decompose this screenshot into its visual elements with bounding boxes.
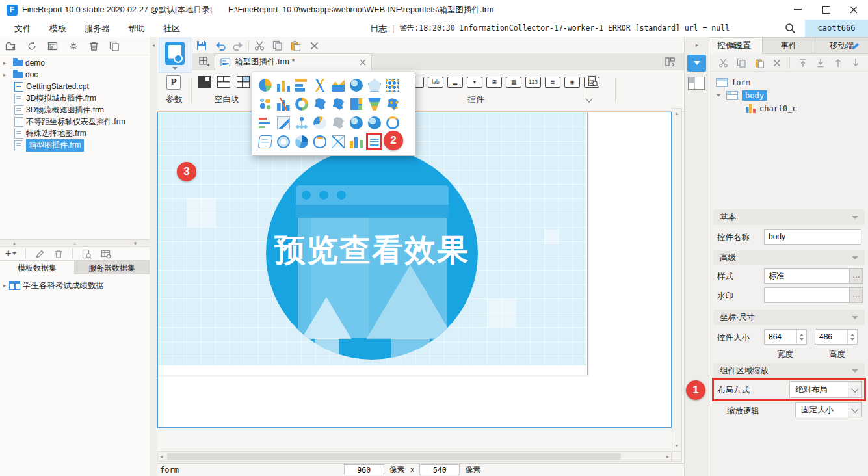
height-stepper[interactable]	[847, 330, 857, 344]
tab-close-icon[interactable]	[360, 59, 366, 66]
close-button[interactable]	[841, 0, 867, 20]
label-widget-icon[interactable]: lab	[428, 77, 443, 88]
meter-chart-icon[interactable]	[311, 114, 329, 133]
query-widget-button[interactable]	[588, 75, 599, 87]
world-map-chart-icon[interactable]	[347, 114, 365, 133]
section-coordinates-size[interactable]: 坐标·尺寸	[713, 310, 865, 325]
cut-button[interactable]	[252, 38, 267, 53]
mini-column-chart-icon[interactable]	[347, 133, 365, 152]
redo-button[interactable]	[230, 38, 246, 53]
milestone-chart-icon[interactable]	[274, 114, 293, 133]
scroll-right-icon[interactable]: ▸	[666, 453, 669, 460]
spiral-chart-icon[interactable]	[293, 133, 311, 152]
pie-chart-icon[interactable]	[256, 76, 274, 95]
bubble-chart-icon[interactable]	[256, 95, 274, 114]
gauge-chart-icon[interactable]	[347, 76, 365, 95]
tree-item-special-map[interactable]: 特殊选择地图.frm	[0, 127, 150, 139]
parameter-pane-button[interactable]: P	[166, 75, 181, 90]
layout-toggle-button[interactable]	[665, 57, 675, 66]
template-view-button[interactable]	[47, 41, 58, 51]
preview-dataset-button[interactable]	[82, 249, 92, 259]
menu-file[interactable]: 文件	[5, 20, 40, 37]
horizontal-scroll-thumb[interactable]	[167, 453, 621, 460]
scroll-left-icon[interactable]: ◂	[160, 453, 163, 460]
menu-server[interactable]: 服务器	[75, 20, 119, 37]
tree-item-demo[interactable]: ▸ demo	[0, 57, 150, 69]
form-height-input[interactable]	[419, 464, 460, 475]
collapse-caret-icon[interactable]	[716, 94, 721, 97]
add-dataset-button[interactable]: +	[5, 249, 16, 258]
step-up-icon[interactable]	[800, 334, 804, 336]
number-widget-icon[interactable]: 123	[525, 77, 541, 88]
donut-chart-icon[interactable]	[293, 95, 311, 114]
column-chart-icon[interactable]	[274, 76, 293, 95]
template-preview-button[interactable]	[159, 38, 191, 73]
split-block-icon[interactable]	[217, 76, 230, 88]
tab-block-icon[interactable]	[237, 76, 250, 88]
new-tab-button[interactable]	[199, 57, 210, 68]
expand-caret-icon[interactable]: ▸	[0, 282, 9, 289]
component-library-dock-icon[interactable]	[688, 77, 705, 90]
widget-name-input[interactable]	[764, 229, 861, 245]
refresh-button[interactable]	[27, 41, 37, 51]
scroll-down-icon[interactable]: ▾	[672, 443, 681, 449]
canvas-vertical-scrollbar[interactable]: ▴ ▾	[672, 108, 682, 451]
area-chart-icon[interactable]	[329, 76, 347, 95]
cut-widget-button[interactable]	[718, 58, 728, 68]
textarea-widget-icon[interactable]: ▂	[447, 77, 463, 88]
line-chart-icon[interactable]	[311, 76, 329, 95]
preview-dropdown-caret-icon[interactable]	[172, 67, 178, 70]
delete-widget-button[interactable]	[773, 59, 781, 67]
connection-config-button[interactable]	[101, 249, 111, 259]
tab-template-dataset[interactable]: 模板数据集	[0, 260, 75, 274]
width-stepper[interactable]	[796, 330, 806, 344]
box-plot-chart-icon[interactable]	[365, 133, 384, 152]
globe-chart-icon[interactable]	[365, 114, 384, 133]
settings-gear-button[interactable]	[68, 41, 79, 51]
collapse-right-icon[interactable]: ▸	[685, 42, 709, 48]
new-folder-button[interactable]	[5, 41, 16, 51]
section-advanced[interactable]: 高级	[713, 250, 865, 265]
scroll-up-icon[interactable]: ▴	[672, 111, 681, 116]
expand-caret-icon[interactable]: ▸	[0, 72, 9, 78]
move-up-button[interactable]	[834, 58, 843, 68]
sphere-3d-chart-icon[interactable]	[274, 133, 293, 152]
widget-tree-item-body[interactable]: body	[716, 89, 767, 101]
save-button[interactable]	[194, 38, 209, 53]
menu-community[interactable]: 社区	[154, 20, 189, 37]
combobox-widget-icon[interactable]: ▾	[467, 77, 482, 88]
tree-item-doc[interactable]: ▸ doc	[0, 69, 150, 81]
widget-tree-item-chart0c[interactable]: chart0_c	[746, 102, 797, 114]
datepicker-widget-icon[interactable]: ▦	[506, 77, 521, 88]
move-to-bottom-button[interactable]	[816, 58, 825, 68]
copy-widget-button[interactable]	[737, 58, 746, 68]
delete-button[interactable]	[306, 38, 322, 53]
report-block-icon[interactable]	[198, 76, 211, 88]
watermark-more-button[interactable]: …	[850, 287, 863, 303]
canvas-horizontal-scrollbar[interactable]: ◂ ▸	[157, 451, 672, 462]
collapse-up-icon[interactable]: ▲	[12, 241, 17, 246]
expand-caret-icon[interactable]: ▸	[0, 60, 9, 66]
menu-template[interactable]: 模板	[40, 20, 75, 37]
move-down-button[interactable]	[851, 58, 860, 68]
height-value-input[interactable]	[815, 330, 847, 344]
watermark-input[interactable]	[764, 287, 850, 303]
china-map-chart-icon[interactable]	[311, 95, 329, 114]
ring-progress-chart-icon[interactable]	[384, 114, 402, 133]
tree-item-gauge-plugin[interactable]: 不等距坐标轴仪表盘插件.frm	[0, 116, 150, 127]
org-chart-icon[interactable]	[293, 114, 311, 133]
tree-item-gettingstarted[interactable]: GettingStarted.cpt	[0, 81, 150, 92]
tab-server-dataset[interactable]: 服务器数据集	[75, 260, 150, 274]
bar-chart-icon[interactable]	[293, 76, 311, 95]
width-spinner[interactable]	[764, 329, 807, 345]
treemap-chart-icon[interactable]	[347, 95, 365, 114]
funnel-chart-icon[interactable]	[365, 95, 384, 114]
paste-widget-button[interactable]	[755, 58, 765, 68]
carousel-chart-icon[interactable]	[311, 133, 329, 152]
expand-widgets-chevron-icon[interactable]	[585, 95, 592, 102]
listbox-widget-icon[interactable]: ≣	[545, 77, 560, 88]
delete-template-button[interactable]	[89, 41, 99, 51]
delete-dataset-button[interactable]	[54, 249, 63, 259]
drill-map-chart-icon[interactable]	[329, 95, 347, 114]
style-more-button[interactable]: …	[850, 268, 863, 284]
